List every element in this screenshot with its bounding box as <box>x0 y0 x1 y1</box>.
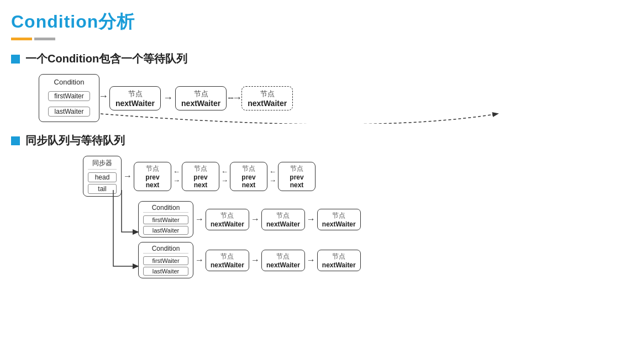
sync-arrow1: → <box>123 171 132 181</box>
node1: 节点 nextWaiter <box>109 86 161 110</box>
underline-bar2 <box>34 38 55 40</box>
cond1-row2: lastWaiter <box>48 107 90 117</box>
sync-title: 同步器 <box>88 159 117 170</box>
node1-top: 节点 <box>128 89 143 99</box>
node3-top: 节点 <box>260 89 275 99</box>
arrow2: → <box>163 92 173 104</box>
cond2-node1: 节点 nextWaiter <box>206 250 249 271</box>
section1-header: 一个Condition包含一个等待队列 <box>11 51 619 66</box>
condition-box-1: Condition firstWaiter lastWaiter <box>39 74 99 122</box>
cond1-node2: 节点 nextWaiter <box>261 209 305 230</box>
title-underline <box>11 38 619 40</box>
cond1-row1: firstWaiter <box>48 91 90 101</box>
cond1-title: Condition <box>45 78 93 86</box>
condition-mini-1: Condition firstWaiter lastWaiter <box>138 201 193 238</box>
section2-header: 同步队列与等待队列 <box>11 133 619 148</box>
node2: 节点 nextWaiter <box>175 86 227 110</box>
cond1-node1: 节点 nextWaiter <box>206 209 249 230</box>
sync-box: 同步器 head tail <box>83 156 122 197</box>
cond1-node3: 节点 nextWaiter <box>317 209 361 230</box>
section1-label: 一个Condition包含一个等待队列 <box>25 51 187 66</box>
arrow1: → <box>98 91 108 102</box>
sync-node3: 节点 prev next <box>230 162 267 191</box>
section2: 同步队列与等待队列 同步器 head tail → 节点 prev next ←… <box>11 133 619 278</box>
sync-row2: tail <box>88 184 117 194</box>
node3: 节点 nextWaiter <box>241 86 293 110</box>
node3-bottom: nextWaiter <box>248 99 287 108</box>
cm2-title: Condition <box>143 245 188 254</box>
section1: 一个Condition包含一个等待队列 Condition firstWaite… <box>11 51 619 122</box>
cond2-arr3: → <box>307 255 316 265</box>
underline-bar1 <box>11 38 32 40</box>
bullet-icon1 <box>11 55 20 64</box>
cond2-node3: 节点 nextWaiter <box>317 250 361 271</box>
arrow3: - -→ <box>228 92 240 104</box>
node2-top: 节点 <box>194 89 208 99</box>
condition-mini-2: Condition firstWaiter lastWaiter <box>138 242 193 278</box>
node2-bottom: nextWaiter <box>181 99 220 108</box>
cond1-arr1: → <box>195 214 204 224</box>
cond2-arr1: → <box>195 255 204 265</box>
cm1-title: Condition <box>143 204 188 213</box>
page-title: Condition分析 <box>11 10 619 34</box>
sync-node1: 节点 prev next <box>134 162 171 191</box>
cond2-arr2: → <box>251 255 260 265</box>
bullet-icon2 <box>11 136 20 145</box>
node1-bottom: nextWaiter <box>115 99 155 108</box>
section2-label: 同步队列与等待队列 <box>25 133 125 148</box>
sync-node2: 节点 prev next <box>182 162 219 191</box>
cm2-row2: lastWaiter <box>143 267 188 276</box>
cm2-row1: firstWaiter <box>143 256 188 265</box>
cond2-node2: 节点 nextWaiter <box>261 250 305 271</box>
cm1-row2: lastWaiter <box>143 226 188 235</box>
cond1-arr3: → <box>307 214 316 224</box>
cond1-arr2: → <box>251 214 260 224</box>
sync-node4: 节点 prev next <box>278 162 316 191</box>
cm1-row1: firstWaiter <box>143 215 188 224</box>
sync-row1: head <box>88 172 117 182</box>
